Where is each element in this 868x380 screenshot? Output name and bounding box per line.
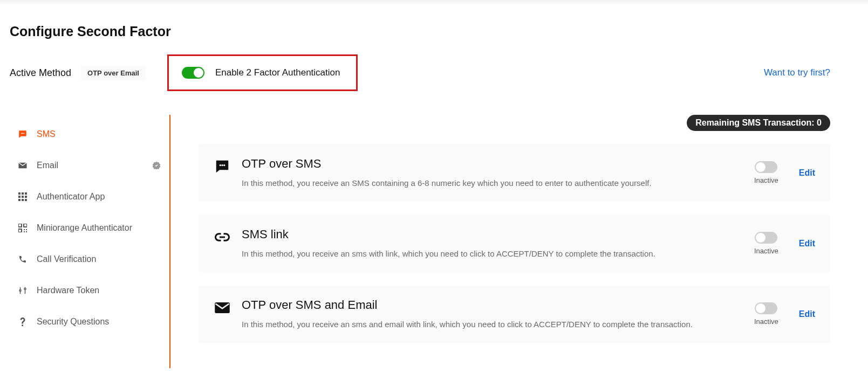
svg-rect-14 <box>18 229 22 232</box>
sms-bubble-icon <box>214 158 231 175</box>
svg-rect-13 <box>24 224 27 227</box>
svg-rect-15 <box>24 229 25 230</box>
svg-rect-11 <box>25 199 27 201</box>
svg-point-2 <box>23 133 24 134</box>
svg-rect-6 <box>18 196 20 198</box>
card-title: OTP over SMS <box>242 157 743 171</box>
svg-point-21 <box>221 164 223 166</box>
sidebar-item-label: Security Questions <box>37 317 109 327</box>
sidebar-item-label: Hardware Token <box>37 286 99 295</box>
check-icon <box>152 161 161 170</box>
card-status: Inactive <box>754 176 778 184</box>
sidebar-item-label: Email <box>37 161 58 170</box>
grid-icon <box>17 191 28 202</box>
top-border <box>0 0 868 4</box>
sidebar-item-label: SMS <box>37 129 56 139</box>
svg-rect-10 <box>22 199 24 201</box>
svg-rect-5 <box>25 192 27 195</box>
edit-link[interactable]: Edit <box>799 239 815 248</box>
svg-point-22 <box>223 164 225 166</box>
enable-2fa-label: Enable 2 Factor Authentication <box>215 67 340 78</box>
svg-rect-17 <box>24 231 25 232</box>
active-method-badge: OTP over Email <box>81 66 146 80</box>
edit-link[interactable]: Edit <box>799 309 815 319</box>
sidebar-item-label: Call Verification <box>37 254 96 264</box>
svg-point-1 <box>22 133 23 134</box>
card-desc: In this method, you receive an sms with … <box>242 248 743 259</box>
method-card-otp-over-sms: OTP over SMS In this method, you receive… <box>199 144 830 202</box>
sidebar-item-security-questions[interactable]: Security Questions <box>10 310 164 334</box>
svg-rect-8 <box>25 196 27 198</box>
question-icon <box>17 316 28 327</box>
want-to-try-link[interactable]: Want to try first? <box>764 67 858 78</box>
svg-rect-16 <box>26 229 27 230</box>
svg-rect-18 <box>26 231 27 232</box>
token-icon <box>17 285 28 296</box>
sidebar-item-email[interactable]: Email <box>10 154 164 177</box>
svg-rect-19 <box>22 324 23 326</box>
email-icon <box>17 160 28 171</box>
main-panel: Remaining SMS Transaction: 0 OTP over SM… <box>170 115 858 368</box>
svg-rect-4 <box>22 192 24 195</box>
card-title: OTP over SMS and Email <box>242 298 743 312</box>
sidebar-item-call-verification[interactable]: Call Verification <box>10 247 164 271</box>
qr-icon <box>17 223 28 233</box>
method-card-otp-over-sms-and-email: OTP over SMS and Email In this method, y… <box>199 285 830 343</box>
svg-rect-9 <box>18 199 20 201</box>
sidebar-item-label: Authenticator App <box>37 192 105 202</box>
sidebar-item-hardware-token[interactable]: Hardware Token <box>10 279 164 302</box>
svg-rect-3 <box>18 192 20 195</box>
card-status: Inactive <box>754 247 778 255</box>
sidebar-item-miniorange-authenticator[interactable]: Miniorange Authenticator <box>10 216 164 240</box>
header-row: Active Method OTP over Email Enable 2 Fa… <box>10 54 858 91</box>
active-method-label: Active Method <box>10 67 71 79</box>
edit-link[interactable]: Edit <box>799 168 815 178</box>
page-title: Configure Second Factor <box>10 24 858 39</box>
sidebar-item-authenticator-app[interactable]: Authenticator App <box>10 185 164 209</box>
svg-rect-12 <box>18 224 22 227</box>
sms-icon <box>17 129 28 140</box>
sidebar-item-sms[interactable]: SMS <box>10 122 164 146</box>
envelope-icon <box>214 299 231 316</box>
remaining-sms-badge: Remaining SMS Transaction: 0 <box>687 115 830 131</box>
card-toggle[interactable] <box>755 302 777 314</box>
sidebar: SMS Email Authenticator App <box>10 115 170 368</box>
method-card-sms-link: SMS link In this method, you receive an … <box>199 215 830 272</box>
card-toggle[interactable] <box>755 161 777 173</box>
link-icon <box>214 229 231 246</box>
svg-point-20 <box>220 164 221 166</box>
card-toggle[interactable] <box>755 232 777 244</box>
card-status: Inactive <box>754 317 778 326</box>
svg-point-0 <box>21 133 22 134</box>
card-title: SMS link <box>242 227 743 241</box>
enable-2fa-toggle[interactable] <box>182 67 204 79</box>
svg-rect-7 <box>22 196 24 198</box>
card-desc: In this method, you receive an sms and e… <box>242 319 743 330</box>
sidebar-item-label: Miniorange Authenticator <box>37 223 132 233</box>
enable-2fa-box: Enable 2 Factor Authentication <box>167 54 358 91</box>
card-desc: In this method, you receive an SMS conta… <box>242 177 743 189</box>
phone-icon <box>17 254 28 265</box>
